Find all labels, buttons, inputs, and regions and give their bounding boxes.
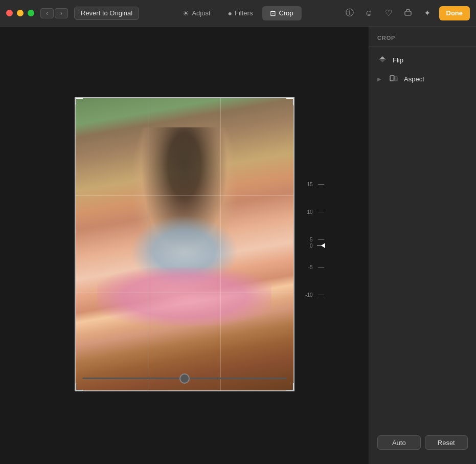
rotation-slider-track[interactable] [82,378,287,379]
close-button[interactable] [6,10,13,16]
done-button[interactable]: Done [439,6,470,20]
heart-button[interactable]: ♡ [381,6,396,20]
aspect-label: Aspect [404,75,424,83]
adjust-icon: ☀ [183,9,189,17]
sidebar-bottom-buttons: Auto Reset [369,429,476,456]
ruler-label-neg10: -10 [305,292,312,298]
crop-handle-top-right[interactable] [286,97,294,105]
nav-buttons: ‹ › [40,8,68,18]
reset-button[interactable]: Reset [425,435,468,450]
flip-label: Flip [393,56,403,64]
tab-crop[interactable]: ⊡ Crop [262,6,301,20]
ruler-label-neg5: -5 [308,264,313,270]
photo-container: 15 10 5 0 -5 [75,97,294,394]
tab-adjust[interactable]: ☀ Adjust [174,6,218,20]
crop-handle-top-left[interactable] [75,97,83,105]
tools-button[interactable]: ✦ [420,6,435,20]
rotation-slider-thumb[interactable] [179,373,190,384]
sidebar-item-aspect[interactable]: ▶ Aspect [369,70,476,89]
emoji-icon: ☺ [365,9,373,18]
emoji-button[interactable]: ☺ [361,6,377,20]
info-button[interactable]: ⓘ [342,6,357,20]
photo-area: 15 10 5 0 -5 [0,27,369,464]
rotation-ruler[interactable]: 15 10 5 0 -5 [301,169,329,322]
aspect-icon [389,74,399,84]
traffic-lights [6,10,34,16]
crop-icon: ⊡ [270,9,276,17]
nav-back-button[interactable]: ‹ [40,8,54,18]
ruler-tick-neg10: -10 [318,295,324,295]
tab-adjust-label: Adjust [192,9,210,17]
flip-icon [377,55,388,65]
ruler-tick-15: 15 [318,184,324,185]
main-area: 15 10 5 0 -5 [0,27,476,464]
sidebar: CROP Flip ▶ Aspect Auto [369,27,476,464]
tab-group: ☀ Adjust ● Filters ⊡ Crop [174,6,301,20]
sidebar-item-flip[interactable]: Flip [369,51,476,70]
tab-crop-label: Crop [279,9,293,17]
info-icon: ⓘ [346,8,354,18]
toolbar-right: ⓘ ☺ ♡ ✦ Done [342,6,470,20]
ruler-label-0: 0 [310,243,313,249]
photo-image [76,98,293,390]
svg-rect-3 [393,77,397,81]
bottom-slider-area [77,371,292,386]
ruler-tick-10: 10 [318,212,324,212]
filters-icon: ● [228,9,232,17]
tab-filters-label: Filters [235,9,253,17]
crop-section-label: CROP [369,35,476,47]
nav-forward-button[interactable]: › [55,8,68,18]
ruler-label-15: 15 [307,182,312,187]
heart-icon: ♡ [385,8,392,18]
share-icon [404,8,412,18]
ruler-label-5: 5 [310,237,313,242]
ruler-indicator [321,243,325,248]
expand-arrow-icon: ▶ [377,76,381,82]
ruler-tick-5: 5 [318,239,324,240]
maximize-button[interactable] [28,10,34,16]
ruler-label-10: 10 [307,209,312,215]
auto-button[interactable]: Auto [377,435,421,450]
tab-filters[interactable]: ● Filters [220,6,261,20]
tools-icon: ✦ [424,8,430,18]
ruler-tick-neg5: -5 [318,267,324,268]
ruler-tick-0: 0 [317,246,324,246]
revert-to-original-button[interactable]: Revert to Original [74,7,139,20]
minimize-button[interactable] [17,10,24,16]
toolbar: ‹ › Revert to Original ☀ Adjust ● Filter… [0,0,476,27]
svg-rect-0 [405,11,411,15]
photo-frame[interactable] [75,97,294,391]
share-button[interactable] [400,6,416,20]
